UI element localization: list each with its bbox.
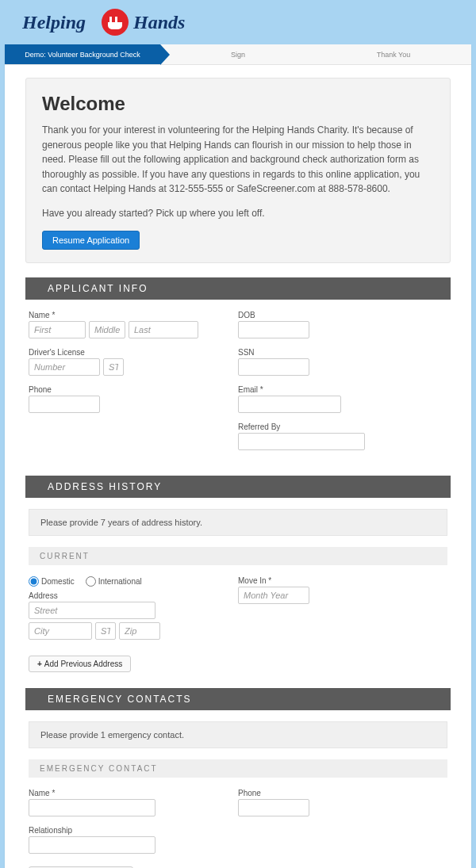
progress-step-1[interactable]: Demo: Volunteer Background Check <box>5 44 160 64</box>
radio-international[interactable]: International <box>86 576 142 587</box>
movein-label: Move In * <box>238 576 440 585</box>
middle-name-input[interactable] <box>89 321 125 338</box>
radio-domestic[interactable]: Domestic <box>29 576 75 587</box>
emergency-subheader: EMERGENCY CONTACT <box>29 759 447 778</box>
last-name-input[interactable] <box>129 321 198 338</box>
progress-step-3[interactable]: Thank You <box>316 44 471 64</box>
logo-word1: Helping <box>22 12 86 33</box>
state-input[interactable] <box>95 622 116 640</box>
dl-number-input[interactable] <box>29 358 100 376</box>
welcome-panel: Welcome Thank you for your interest in v… <box>25 78 451 263</box>
movein-input[interactable] <box>238 587 309 604</box>
address-label: Address <box>29 591 230 600</box>
plus-icon: + <box>37 660 42 668</box>
referred-by-input[interactable] <box>238 433 365 450</box>
street-input[interactable] <box>29 602 155 619</box>
section-header-applicant: APPLICANT INFO <box>25 277 451 300</box>
emergency-note: Please provide 1 emergency contact. <box>29 721 447 748</box>
address-subheader: CURRENT <box>29 547 447 565</box>
first-name-input[interactable] <box>29 321 86 338</box>
name-label: Name * <box>29 311 230 319</box>
email-label: Email * <box>238 385 440 394</box>
progress-step-2[interactable]: Sign <box>160 44 316 64</box>
welcome-title: Welcome <box>42 93 434 115</box>
city-input[interactable] <box>29 622 92 640</box>
dob-label: DOB <box>238 311 440 319</box>
email-input[interactable] <box>238 396 341 413</box>
logo-bar: Helping Hands <box>0 0 476 44</box>
ec-name-label: Name * <box>29 789 230 797</box>
add-previous-address-button[interactable]: +Add Previous Address <box>29 656 131 672</box>
ec-rel-input[interactable] <box>29 836 155 854</box>
section-header-emergency: EMERGENCY CONTACTS <box>25 688 451 710</box>
ssn-label: SSN <box>238 348 440 357</box>
helping-hands-logo: Helping Hands <box>22 5 189 40</box>
ec-phone-input[interactable] <box>238 799 309 816</box>
ec-name-input[interactable] <box>29 799 155 816</box>
ec-rel-label: Relationship <box>29 826 230 835</box>
zip-input[interactable] <box>119 622 160 640</box>
referred-label: Referred By <box>238 423 440 431</box>
progress-bar: Demo: Volunteer Background Check Sign Th… <box>5 44 471 65</box>
ssn-input[interactable] <box>238 358 309 376</box>
phone-label: Phone <box>29 385 230 394</box>
dl-state-input[interactable] <box>103 358 124 376</box>
dob-input[interactable] <box>238 321 309 338</box>
address-note: Please provide 7 years of address histor… <box>29 509 447 536</box>
main-card: Demo: Volunteer Background Check Sign Th… <box>5 44 471 868</box>
logo-word2: Hands <box>132 12 185 33</box>
welcome-body: Thank you for your interest in volunteer… <box>42 123 434 197</box>
dl-label: Driver's License <box>29 348 230 357</box>
phone-input[interactable] <box>29 396 100 413</box>
resume-application-button[interactable]: Resume Application <box>42 231 140 250</box>
ec-phone-label: Phone <box>238 789 440 797</box>
section-header-address: ADDRESS HISTORY <box>25 476 451 498</box>
resume-prompt: Have you already started? Pick up where … <box>42 206 434 221</box>
